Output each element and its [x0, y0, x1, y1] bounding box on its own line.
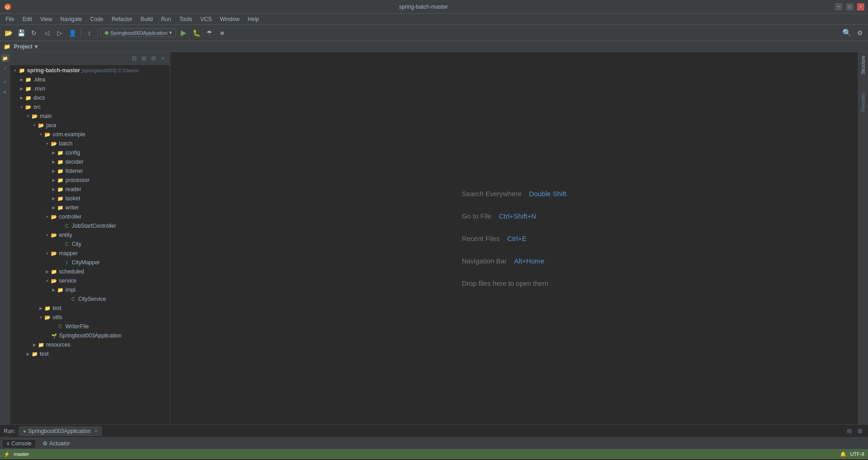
favorites-panel-button[interactable]: Favorites	[861, 93, 866, 112]
tree-java[interactable]: ▾ 📂 java	[10, 121, 170, 130]
toolbar-save-button[interactable]: 💾	[16, 27, 27, 38]
expand-all-button[interactable]: ⊞	[140, 54, 148, 62]
activity-bookmarks-icon[interactable]: ★	[1, 88, 9, 96]
tree-writer-file[interactable]: ▶ C WriterFile	[10, 322, 170, 331]
menu-tools[interactable]: Tools	[176, 15, 196, 23]
activity-project-icon[interactable]: 📁	[1, 54, 9, 62]
stop-button[interactable]: ■	[216, 27, 227, 38]
panel-header-actions: ⊟ ⊞ ⚙ ×	[130, 54, 166, 62]
tree-com-example[interactable]: ▾ 📂 com.example	[10, 130, 170, 139]
run-config-selector[interactable]: Springboot003Application ▾	[101, 28, 176, 37]
tree-mvn[interactable]: ▶ 📁 .mvn	[10, 84, 170, 93]
run-button[interactable]: ▶	[178, 27, 189, 38]
tree-idea[interactable]: ▶ 📁 .idea	[10, 75, 170, 84]
run-tab-springboot[interactable]: ● Springboot003Application ×	[19, 427, 102, 436]
tree-scheduled[interactable]: ▶ 📁 scheduled	[10, 267, 170, 276]
toolbar-vcs-button[interactable]: ↕	[84, 27, 95, 38]
actuator-tab-icon: ⚙	[43, 440, 48, 447]
right-activity-bar: Structure Favorites	[858, 52, 868, 424]
toolbar-back-button[interactable]: ◁	[41, 27, 52, 38]
menu-vcs[interactable]: VCS	[197, 15, 216, 23]
tree-test2[interactable]: ▶ 📁 test	[10, 349, 170, 358]
tree-city[interactable]: ▶ C City	[10, 240, 170, 249]
tree-batch[interactable]: ▾ 📂 batch	[10, 139, 170, 148]
tree-decider[interactable]: ▶ 📁 decider	[10, 157, 170, 166]
tree-main[interactable]: ▾ 📂 main	[10, 112, 170, 121]
search-everywhere-button[interactable]: 🔍	[841, 27, 852, 38]
tree-city-service[interactable]: ▶ C CityService	[10, 294, 170, 304]
run-with-coverage-button[interactable]: ☂	[204, 27, 215, 38]
actuator-tab[interactable]: ⚙ Actuator	[39, 439, 74, 448]
run-tab-close-button[interactable]: ×	[94, 428, 97, 434]
panel-close-button[interactable]: ×	[160, 54, 166, 62]
structure-panel-button[interactable]: Structure	[861, 56, 866, 75]
activity-structure-icon[interactable]: ≡	[1, 78, 9, 86]
com-example-label: com.example	[53, 131, 85, 138]
tree-docs[interactable]: ▶ 📁 docs	[10, 93, 170, 102]
goto-file-shortcut: Ctrl+Shift+N	[499, 212, 536, 220]
toolbar-forward-button[interactable]: ▷	[54, 27, 65, 38]
toolbar-open-button[interactable]: 📂	[3, 27, 14, 38]
toolbar-profile-button[interactable]: 👤	[67, 27, 78, 38]
panel-settings-button[interactable]: ⚙	[150, 54, 158, 62]
tree-reader[interactable]: ▶ 📁 reader	[10, 185, 170, 194]
tree-controller[interactable]: ▾ 📂 controller	[10, 212, 170, 221]
tree-listener[interactable]: ▶ 📁 listener	[10, 166, 170, 176]
menu-file[interactable]: File	[2, 15, 18, 23]
status-left: ⚡ master	[4, 451, 29, 457]
java-label: java	[46, 122, 56, 128]
menu-navigate[interactable]: Navigate	[57, 15, 86, 23]
status-branch[interactable]: master	[14, 451, 29, 457]
tree-src[interactable]: ▾ 📂 src	[10, 102, 170, 112]
close-button[interactable]: ×	[857, 3, 864, 11]
tree-writer[interactable]: ▶ 📁 writer	[10, 203, 170, 212]
tree-springboot-app[interactable]: ▶ 🌱 Springboot003Application	[10, 331, 170, 340]
service-label: service	[59, 278, 76, 284]
main-label: main	[40, 113, 52, 119]
root-arrow: ▾	[12, 67, 18, 74]
menu-help[interactable]: Help	[244, 15, 263, 23]
impl-label: impl	[65, 287, 75, 293]
docs-arrow: ▶	[18, 95, 25, 101]
minimize-button[interactable]: −	[835, 3, 842, 11]
tree-test[interactable]: ▶ 📁 test	[10, 304, 170, 313]
recent-files-row: Recent Files Ctrl+E	[462, 235, 526, 242]
tree-city-mapper[interactable]: ▶ I CityMapper	[10, 258, 170, 267]
docs-folder-icon: 📁	[25, 94, 32, 102]
run-expand-button[interactable]: ⊠	[856, 427, 864, 435]
menu-refactor[interactable]: Refactor	[108, 15, 136, 23]
settings-button[interactable]: ⚙	[854, 27, 865, 38]
listener-label: listener	[65, 168, 83, 174]
maximize-button[interactable]: □	[846, 3, 853, 11]
activity-commit-icon[interactable]: ✓	[1, 64, 9, 72]
collapse-all-button[interactable]: ⊟	[130, 54, 138, 62]
toolbar-refresh-button[interactable]: ↻	[28, 27, 39, 38]
tree-service[interactable]: ▾ 📂 service	[10, 276, 170, 285]
tree-mapper[interactable]: ▾ 📂 mapper	[10, 249, 170, 258]
menu-window[interactable]: Window	[216, 15, 243, 23]
run-restore-button[interactable]: ⊞	[845, 427, 854, 435]
tree-resources[interactable]: ▶ 📁 resources	[10, 340, 170, 349]
config-folder-icon: 📁	[57, 149, 64, 156]
debug-button[interactable]: 🐛	[191, 27, 202, 38]
writer-folder-icon: 📁	[57, 204, 64, 211]
run-tab-label: Springboot003Application	[28, 428, 91, 434]
console-tab[interactable]: ≡ Console	[3, 439, 35, 448]
tree-entity[interactable]: ▾ 📂 entity	[10, 230, 170, 240]
tree-root[interactable]: ▾ 📁 spring-batch-master [springboot003] …	[10, 66, 170, 75]
project-tree[interactable]: ▾ 📁 spring-batch-master [springboot003] …	[10, 65, 170, 424]
menu-run[interactable]: Run	[157, 15, 175, 23]
menu-view[interactable]: View	[37, 15, 56, 23]
tree-job-start-controller[interactable]: ▶ C JobStartController	[10, 221, 170, 230]
batch-arrow: ▾	[44, 140, 50, 147]
tree-processor[interactable]: ▶ 📁 processor	[10, 176, 170, 185]
menu-edit[interactable]: Edit	[19, 15, 36, 23]
listener-arrow: ▶	[50, 168, 57, 174]
tree-config[interactable]: ▶ 📁 config	[10, 148, 170, 157]
tree-utils[interactable]: ▾ 📂 utils	[10, 313, 170, 322]
menu-build[interactable]: Build	[137, 15, 156, 23]
run-config-dropdown-icon: ▾	[169, 30, 172, 36]
tree-impl[interactable]: ▶ 📁 impl	[10, 285, 170, 294]
tree-tasket[interactable]: ▶ 📁 tasket	[10, 194, 170, 203]
menu-code[interactable]: Code	[86, 15, 107, 23]
